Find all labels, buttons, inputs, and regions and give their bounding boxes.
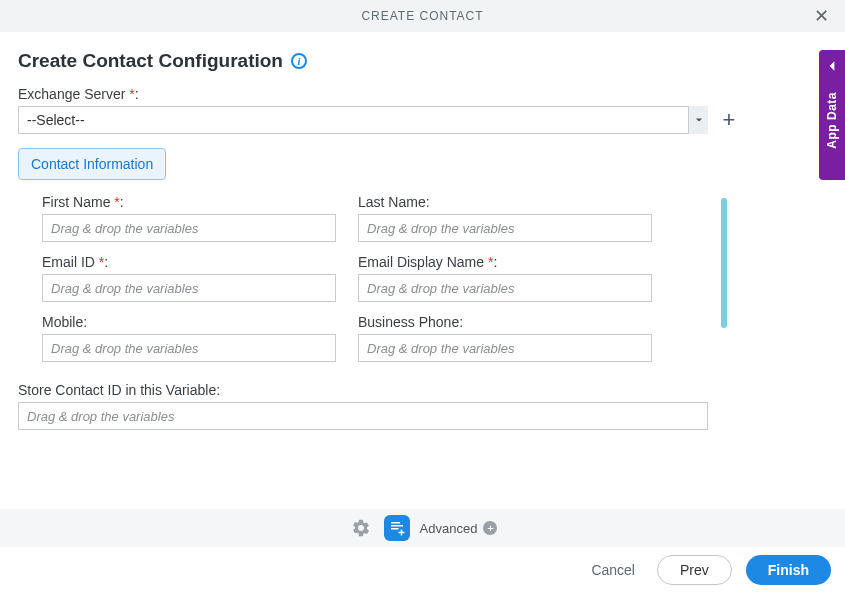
mobile-input[interactable] [42, 334, 336, 362]
email-display-name-label: Email Display Name *: [358, 254, 652, 270]
fields-scrollbar[interactable] [721, 198, 727, 328]
exchange-server-select[interactable]: --Select-- [18, 106, 708, 134]
first-name-label: First Name *: [42, 194, 336, 210]
email-id-label: Email ID *: [42, 254, 336, 270]
email-display-name-input[interactable] [358, 274, 652, 302]
business-phone-input[interactable] [358, 334, 652, 362]
content-area: Create Contact Configuration i Exchange … [0, 32, 845, 430]
store-contact-id-label: Store Contact ID in this Variable: [18, 382, 827, 398]
fields-area: First Name *: Email ID *: Mobile: Last N… [18, 194, 827, 362]
exchange-server-select-wrap: --Select-- [18, 106, 708, 134]
last-name-label: Last Name: [358, 194, 652, 210]
required-asterisk: * [129, 86, 134, 102]
last-name-field: Last Name: [358, 194, 652, 242]
chevron-left-icon [826, 58, 838, 76]
app-data-panel-tab[interactable]: App Data [819, 50, 845, 180]
footer: Cancel Prev Finish [0, 547, 845, 593]
app-data-label: App Data [825, 92, 839, 149]
email-display-name-field: Email Display Name *: [358, 254, 652, 302]
last-name-input[interactable] [358, 214, 652, 242]
activity-add-icon[interactable] [384, 515, 410, 541]
bottom-toolbar: Advanced + [0, 509, 845, 547]
titlebar: CREATE CONTACT ✕ [0, 0, 845, 32]
window-title: CREATE CONTACT [361, 9, 483, 23]
exchange-server-section: Exchange Server *: --Select-- + [18, 86, 827, 134]
page-title: Create Contact Configuration [18, 50, 283, 72]
advanced-label: Advanced [420, 521, 478, 536]
cancel-button[interactable]: Cancel [583, 556, 643, 584]
store-contact-id-input[interactable] [18, 402, 708, 430]
close-icon[interactable]: ✕ [805, 0, 837, 32]
advanced-toggle[interactable]: Advanced + [420, 521, 498, 536]
info-icon[interactable]: i [291, 53, 307, 69]
tab-contact-information[interactable]: Contact Information [18, 148, 166, 180]
business-phone-label: Business Phone: [358, 314, 652, 330]
mobile-label: Mobile: [42, 314, 336, 330]
business-phone-field: Business Phone: [358, 314, 652, 362]
gear-icon[interactable] [348, 515, 374, 541]
first-name-field: First Name *: [42, 194, 336, 242]
store-contact-id-section: Store Contact ID in this Variable: [18, 382, 827, 430]
mobile-field: Mobile: [42, 314, 336, 362]
fields-column-right: Last Name: Email Display Name *: Busines… [358, 194, 652, 362]
first-name-input[interactable] [42, 214, 336, 242]
fields-column-left: First Name *: Email ID *: Mobile: [42, 194, 336, 362]
finish-button[interactable]: Finish [746, 555, 831, 585]
prev-button[interactable]: Prev [657, 555, 732, 585]
plus-circle-icon: + [483, 521, 497, 535]
exchange-server-label: Exchange Server *: [18, 86, 827, 102]
page-heading: Create Contact Configuration i [18, 50, 827, 72]
add-exchange-server-button[interactable]: + [718, 109, 740, 131]
email-id-input[interactable] [42, 274, 336, 302]
email-id-field: Email ID *: [42, 254, 336, 302]
